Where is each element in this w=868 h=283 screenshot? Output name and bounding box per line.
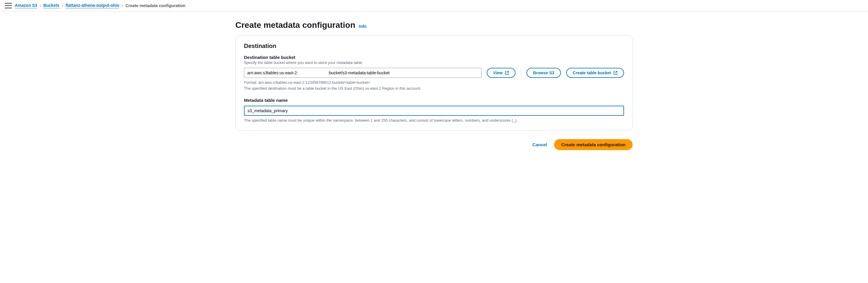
external-link-icon xyxy=(505,71,509,75)
view-button[interactable]: View xyxy=(487,68,516,78)
destination-panel: Destination Destination table bucket Spe… xyxy=(236,35,632,131)
view-button-label: View xyxy=(493,70,503,75)
metadata-table-name-input[interactable] xyxy=(244,106,624,116)
create-table-bucket-button[interactable]: Create table bucket xyxy=(566,68,624,78)
chevron-right-icon: › xyxy=(39,3,41,8)
browse-s3-button-label: Browse S3 xyxy=(533,70,554,75)
breadcrumb-current: Create metadata configuration xyxy=(125,3,185,8)
external-link-icon xyxy=(613,71,618,75)
destination-bucket-input[interactable] xyxy=(244,68,482,78)
destination-hint-format: Format: arn:aws:s3tables:us-east-2:12345… xyxy=(244,80,624,85)
page-title: Create metadata configuration xyxy=(236,21,355,30)
chevron-right-icon: › xyxy=(122,3,123,8)
create-metadata-configuration-button[interactable]: Create metadata configuration xyxy=(554,139,632,150)
metadata-table-name-label: Metadata table name xyxy=(244,98,624,103)
panel-heading: Destination xyxy=(244,43,624,49)
breadcrumb-link-bucket-name[interactable]: flattanz-athena-output-ohio xyxy=(65,3,119,8)
breadcrumb-link-s3[interactable]: Amazon S3 xyxy=(15,3,37,8)
info-link[interactable]: Info xyxy=(359,24,367,29)
hamburger-menu-icon[interactable] xyxy=(5,3,12,8)
browse-s3-button[interactable]: Browse S3 xyxy=(526,68,561,78)
breadcrumb-link-buckets[interactable]: Buckets xyxy=(43,3,59,8)
destination-hint-region: The specified destination must be a tabl… xyxy=(244,85,624,92)
metadata-table-name-hint: The specified table name must be unique … xyxy=(244,117,624,123)
create-table-bucket-button-label: Create table bucket xyxy=(573,70,611,75)
button-divider xyxy=(521,69,521,77)
destination-bucket-subtext: Specify the table bucket where you want … xyxy=(244,60,624,65)
destination-bucket-label: Destination table bucket xyxy=(244,55,624,60)
breadcrumb: Amazon S3 › Buckets › flattanz-athena-ou… xyxy=(15,3,185,8)
cancel-button[interactable]: Cancel xyxy=(532,142,547,147)
chevron-right-icon: › xyxy=(62,3,63,8)
